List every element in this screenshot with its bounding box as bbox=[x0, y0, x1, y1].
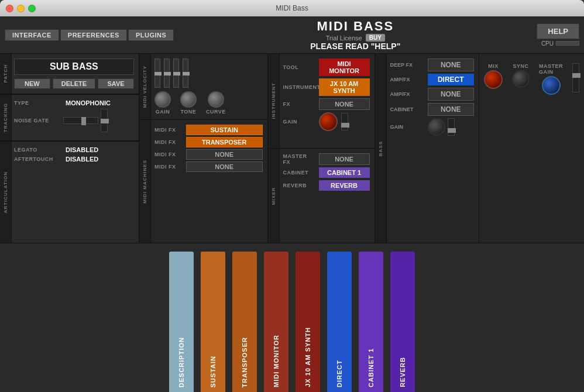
bass-cabinet-value[interactable]: NONE bbox=[428, 103, 474, 116]
gain-knob[interactable] bbox=[154, 91, 171, 108]
mix-knob[interactable] bbox=[484, 70, 503, 89]
strip-bar-3[interactable]: MIDI MONITOR bbox=[264, 252, 288, 392]
patch-section: PATCH SUB BASS NEW DELETE SAVE bbox=[0, 54, 139, 95]
tool-label: TOOL bbox=[283, 64, 315, 70]
title-bar: MIDI Bass bbox=[0, 0, 584, 16]
interface-btn[interactable]: INTERFACE bbox=[5, 29, 59, 41]
velocity-machines-panel: MIDI VELOCITY bbox=[139, 54, 268, 243]
midi-fx-label-2: MIDI FX bbox=[154, 152, 183, 157]
deep-fx-label: DEEP FX bbox=[390, 62, 425, 68]
midi-velocity-content: GAIN TONE CURVE bbox=[139, 54, 267, 119]
strip-4: JX 10 AM SYNTH bbox=[293, 252, 322, 392]
tool-value[interactable]: MIDI MONITOR bbox=[319, 59, 370, 76]
strip-bar-0[interactable]: DESCRIPTION bbox=[169, 252, 194, 392]
legato-value: DISABLED bbox=[66, 146, 98, 153]
midi-fx-value-1[interactable]: TRANSPOSER bbox=[186, 137, 263, 147]
fx-value[interactable]: NONE bbox=[319, 98, 370, 110]
mixer-tab-label: MIXER bbox=[271, 187, 276, 205]
plugins-btn[interactable]: PLUGINS bbox=[128, 29, 174, 41]
type-label: TYPE bbox=[14, 100, 61, 106]
buy-button[interactable]: BUY bbox=[366, 34, 385, 42]
reverb-row: REVERB REVERB bbox=[283, 180, 370, 191]
midi-machines-section: MIDI MACHINES MIDI FX SUSTAIN MIDI FX TR… bbox=[139, 120, 267, 243]
midi-fx-value-0[interactable]: SUSTAIN bbox=[186, 125, 263, 135]
curve-label: CURVE bbox=[206, 109, 226, 115]
strip-label-5: DIRECT bbox=[334, 355, 345, 392]
master-fx-value[interactable]: NONE bbox=[319, 153, 370, 165]
strip-bar-4[interactable]: JX 10 AM SYNTH bbox=[296, 252, 320, 392]
strip-bar-1[interactable]: SUSTAIN bbox=[201, 252, 225, 392]
master-knobs: MIX SYNC MASTER GAIN bbox=[484, 63, 579, 95]
vel-vslider-3[interactable] bbox=[173, 59, 179, 88]
bass-gain-label: GAIN bbox=[390, 124, 425, 130]
strip-label-3: MIDI MONITOR bbox=[270, 330, 282, 392]
midi-fx-value-2[interactable]: NONE bbox=[186, 149, 263, 160]
app-title: MIDI BASS bbox=[174, 19, 537, 34]
strip-bar-7[interactable]: REVERB bbox=[390, 252, 415, 392]
instrument-tab-label: INSTRUMENT bbox=[271, 82, 276, 119]
strip-label-6: CABINET 1 bbox=[365, 343, 377, 392]
master-gain-knob-col: MASTER GAIN bbox=[539, 63, 563, 95]
midi-machines-tab: MIDI MACHINES bbox=[139, 120, 151, 243]
master-slider[interactable] bbox=[572, 63, 579, 92]
minimize-button[interactable] bbox=[17, 5, 25, 12]
aftertouch-row: AFTERTOUCH DISABLED bbox=[14, 156, 134, 163]
reverb-value[interactable]: REVERB bbox=[319, 180, 370, 191]
sync-knob[interactable] bbox=[512, 70, 530, 88]
main-ui: PATCH SUB BASS NEW DELETE SAVE TRACKING … bbox=[0, 54, 584, 243]
tone-knob[interactable] bbox=[180, 91, 197, 108]
midi-velocity-tab: MIDI VELOCITY bbox=[139, 54, 151, 119]
tone-knob-col: TONE bbox=[180, 91, 197, 115]
instrument-gain-knob[interactable] bbox=[319, 112, 338, 131]
save-button[interactable]: SAVE bbox=[98, 78, 134, 89]
help-button[interactable]: HELP bbox=[537, 23, 579, 39]
midi-machines-content: MIDI FX SUSTAIN MIDI FX TRANSPOSER MIDI … bbox=[139, 120, 267, 243]
preset-name: SUB BASS bbox=[14, 59, 134, 75]
mix-knob-col: MIX bbox=[484, 63, 503, 95]
articulation-tab-label: ARTICULATION bbox=[3, 171, 8, 213]
maximize-button[interactable] bbox=[28, 5, 36, 12]
strip-bar-5[interactable]: DIRECT bbox=[327, 252, 352, 392]
tracking-tab: TRACKING bbox=[0, 95, 12, 140]
type-value: MONOPHONIC bbox=[66, 99, 111, 106]
strip-1: SUSTAIN bbox=[198, 252, 228, 392]
strip-label-4: JX 10 AM SYNTH bbox=[302, 322, 314, 392]
vel-vslider-2[interactable] bbox=[164, 59, 170, 88]
mixer-content: MASTER FX NONE CABINET CABINET 1 REVERB … bbox=[268, 149, 375, 243]
curve-knob[interactable] bbox=[208, 91, 224, 108]
strip-bar-2[interactable]: TRANSPOSER bbox=[232, 252, 257, 392]
midi-fx-row-2: MIDI FX NONE bbox=[154, 149, 263, 160]
main-container: INTERFACE PREFERENCES PLUGINS MIDI BASS … bbox=[0, 16, 584, 392]
strip-bar-6[interactable]: CABINET 1 bbox=[359, 252, 383, 392]
instrument-row: INSTRUMENT JX 10 AM SYNTH bbox=[283, 78, 370, 96]
instrument-mixer-panel: INSTRUMENT TOOL MIDI MONITOR INSTRUMENT … bbox=[268, 54, 375, 243]
master-gain-knob[interactable] bbox=[542, 76, 561, 95]
amp-fx1-value[interactable]: DIRECT bbox=[428, 74, 474, 85]
strip-2: TRANSPOSER bbox=[230, 252, 259, 392]
preferences-btn[interactable]: PREFERENCES bbox=[60, 29, 127, 41]
close-button[interactable] bbox=[6, 5, 13, 12]
instrument-value[interactable]: JX 10 AM SYNTH bbox=[319, 78, 370, 96]
instrument-content: TOOL MIDI MONITOR INSTRUMENT JX 10 AM SY… bbox=[268, 54, 375, 148]
amp-fx2-value[interactable]: NONE bbox=[428, 88, 474, 101]
noise-gate-slider[interactable] bbox=[63, 117, 98, 124]
instrument-gain-slider[interactable] bbox=[341, 113, 348, 130]
cabinet-value[interactable]: CABINET 1 bbox=[319, 167, 370, 178]
deep-fx-row: DEEP FX NONE bbox=[390, 59, 474, 71]
curve-knob-col: CURVE bbox=[206, 91, 226, 115]
vel-vslider-1[interactable] bbox=[154, 59, 160, 88]
strip-label-7: REVERB bbox=[397, 352, 408, 392]
bass-gain-slider[interactable] bbox=[448, 118, 455, 136]
master-slider-col bbox=[572, 63, 579, 95]
delete-button[interactable]: DELETE bbox=[53, 78, 95, 89]
midi-machines-label: MIDI MACHINES bbox=[142, 160, 147, 204]
noise-gate-vslider[interactable] bbox=[101, 109, 108, 132]
bass-gain-knob[interactable] bbox=[428, 118, 445, 136]
midi-velocity-label: MIDI VELOCITY bbox=[142, 66, 147, 108]
instrument-tab: INSTRUMENT bbox=[268, 54, 280, 148]
vel-vslider-4[interactable] bbox=[183, 59, 188, 88]
new-button[interactable]: NEW bbox=[14, 78, 50, 89]
midi-fx-value-3[interactable]: NONE bbox=[186, 161, 263, 172]
bottom-strips: DESCRIPTION SUSTAIN TRANSPOSER MIDI MONI… bbox=[0, 243, 584, 392]
deep-fx-value[interactable]: NONE bbox=[428, 59, 474, 71]
